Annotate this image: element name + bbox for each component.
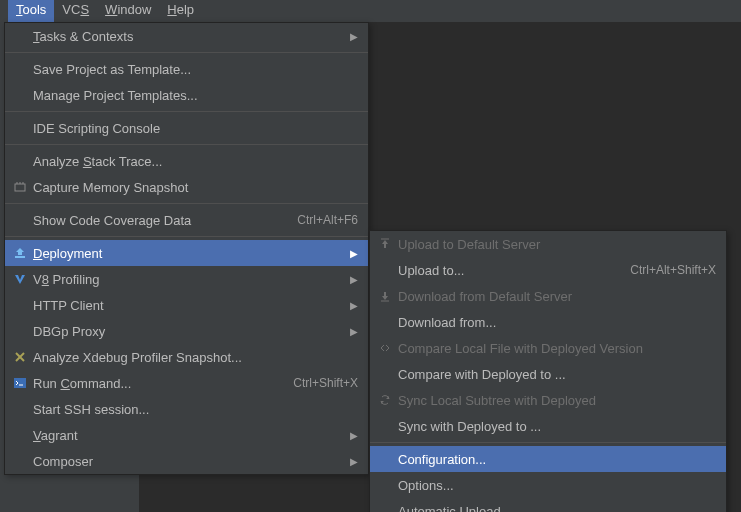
separator — [5, 203, 368, 204]
save-project-template[interactable]: Save Project as Template... — [5, 56, 368, 82]
separator — [5, 52, 368, 53]
svg-rect-4 — [15, 256, 25, 258]
sync-icon — [376, 391, 394, 409]
deployment-submenu: Upload to Default Server Upload to... Ct… — [369, 230, 727, 512]
menu-tools[interactable]: Tools — [8, 0, 54, 22]
menu-help[interactable]: Help — [159, 0, 202, 22]
compare-deployed-to[interactable]: Compare with Deployed to ... — [370, 361, 726, 387]
show-code-coverage[interactable]: Show Code Coverage Data Ctrl+Alt+F6 — [5, 207, 368, 233]
menubar: Tools VCS Window Help — [0, 0, 741, 22]
deployment-icon — [11, 244, 29, 262]
download-from[interactable]: Download from... — [370, 309, 726, 335]
upload-default-server[interactable]: Upload to Default Server — [370, 231, 726, 257]
svg-rect-0 — [15, 184, 25, 191]
compare-icon — [376, 339, 394, 357]
v8-icon — [11, 270, 29, 288]
xdebug-icon — [11, 348, 29, 366]
configuration[interactable]: Configuration... — [370, 446, 726, 472]
deployment[interactable]: Deployment▶ — [5, 240, 368, 266]
analyze-xdebug[interactable]: Analyze Xdebug Profiler Snapshot... — [5, 344, 368, 370]
capture-memory-snapshot[interactable]: Capture Memory Snapshot — [5, 174, 368, 200]
run-command[interactable]: Run Command... Ctrl+Shift+X — [5, 370, 368, 396]
separator — [5, 236, 368, 237]
options[interactable]: Options... — [370, 472, 726, 498]
manage-project-templates[interactable]: Manage Project Templates... — [5, 82, 368, 108]
tasks-contexts[interactable]: Tasks & Contexts▶ — [5, 23, 368, 49]
menu-window[interactable]: Window — [97, 0, 159, 22]
memory-icon — [11, 178, 29, 196]
composer[interactable]: Composer▶ — [5, 448, 368, 474]
http-client[interactable]: HTTP Client▶ — [5, 292, 368, 318]
terminal-icon — [11, 374, 29, 392]
separator — [370, 442, 726, 443]
separator — [5, 111, 368, 112]
dbgp-proxy[interactable]: DBGp Proxy▶ — [5, 318, 368, 344]
sync-local-subtree[interactable]: Sync Local Subtree with Deployed — [370, 387, 726, 413]
sync-deployed-to[interactable]: Sync with Deployed to ... — [370, 413, 726, 439]
automatic-upload[interactable]: Automatic Upload — [370, 498, 726, 512]
analyze-stack-trace[interactable]: Analyze Stack Trace... — [5, 148, 368, 174]
v8-profiling[interactable]: V8 Profiling▶ — [5, 266, 368, 292]
upload-icon — [376, 235, 394, 253]
tools-dropdown: Tasks & Contexts▶ Save Project as Templa… — [4, 22, 369, 475]
separator — [5, 144, 368, 145]
download-default-server[interactable]: Download from Default Server — [370, 283, 726, 309]
ide-scripting-console[interactable]: IDE Scripting Console — [5, 115, 368, 141]
svg-rect-7 — [14, 378, 26, 388]
upload-to[interactable]: Upload to... Ctrl+Alt+Shift+X — [370, 257, 726, 283]
download-icon — [376, 287, 394, 305]
compare-local-file[interactable]: Compare Local File with Deployed Version — [370, 335, 726, 361]
vagrant[interactable]: Vagrant▶ — [5, 422, 368, 448]
menu-vcs[interactable]: VCS — [54, 0, 97, 22]
start-ssh-session[interactable]: Start SSH session... — [5, 396, 368, 422]
